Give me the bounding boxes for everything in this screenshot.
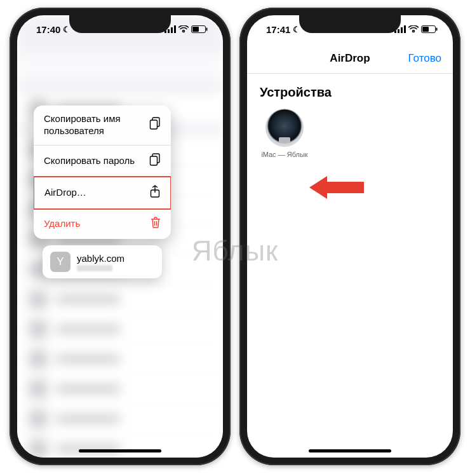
svg-rect-2	[171, 27, 173, 33]
svg-rect-13	[398, 29, 399, 33]
svg-rect-18	[436, 27, 438, 31]
dnd-icon: ☾	[293, 25, 300, 34]
share-icon	[150, 185, 160, 201]
imac-icon	[265, 109, 304, 147]
svg-rect-17	[422, 27, 429, 32]
avatar-letter: Y	[57, 255, 64, 268]
airdrop-device[interactable]: iMac — Яблык	[260, 109, 309, 159]
svg-rect-5	[192, 27, 199, 32]
device-label: iMac — Яблык	[261, 151, 307, 159]
menu-delete[interactable]: Удалить	[34, 209, 171, 239]
trash-icon	[151, 217, 161, 231]
svg-rect-3	[174, 25, 176, 33]
context-menu: Скопировать имя пользователя Скопировать…	[34, 105, 171, 239]
notch	[299, 15, 401, 33]
devices-header: Устройства	[260, 85, 440, 100]
menu-copy-username[interactable]: Скопировать имя пользователя	[34, 105, 171, 146]
password-preview-card[interactable]: Y yablyk.com	[43, 245, 162, 278]
svg-rect-6	[206, 27, 208, 31]
status-time: 17:41	[266, 24, 290, 35]
menu-label: Скопировать пароль	[44, 155, 135, 167]
done-button[interactable]: Готово	[408, 52, 442, 65]
phone-left: 17:40 ☾ Скопировать имя пользователя	[10, 8, 231, 465]
annotation-arrow	[309, 172, 366, 205]
battery-icon	[191, 24, 208, 35]
svg-rect-1	[168, 29, 170, 33]
notch	[69, 15, 171, 33]
airdrop-nav: AirDrop Готово	[247, 43, 453, 74]
dnd-icon: ☾	[63, 25, 70, 34]
copy-icon	[149, 153, 161, 169]
menu-copy-password[interactable]: Скопировать пароль	[34, 146, 171, 177]
svg-rect-15	[404, 25, 406, 33]
home-indicator[interactable]	[309, 449, 391, 452]
svg-rect-10	[151, 156, 158, 165]
status-time: 17:40	[36, 24, 60, 35]
copy-icon	[149, 117, 161, 133]
home-indicator[interactable]	[79, 449, 161, 452]
wifi-icon	[408, 24, 419, 35]
menu-label: Скопировать имя пользователя	[44, 113, 149, 137]
airdrop-title: AirDrop	[330, 52, 370, 65]
svg-marker-19	[309, 176, 364, 199]
site-title: yablyk.com	[77, 253, 124, 264]
svg-rect-14	[401, 27, 403, 33]
wifi-icon	[178, 24, 189, 35]
svg-rect-8	[151, 120, 158, 129]
menu-label: Удалить	[44, 218, 80, 230]
site-subtitle-blurred	[77, 265, 112, 271]
phone-right: 17:41 ☾ AirDrop Готово Устройства iMac —…	[239, 8, 460, 465]
battery-icon	[421, 24, 438, 35]
site-avatar: Y	[50, 252, 70, 272]
menu-airdrop[interactable]: AirDrop…	[34, 176, 171, 210]
menu-label: AirDrop…	[44, 187, 86, 199]
